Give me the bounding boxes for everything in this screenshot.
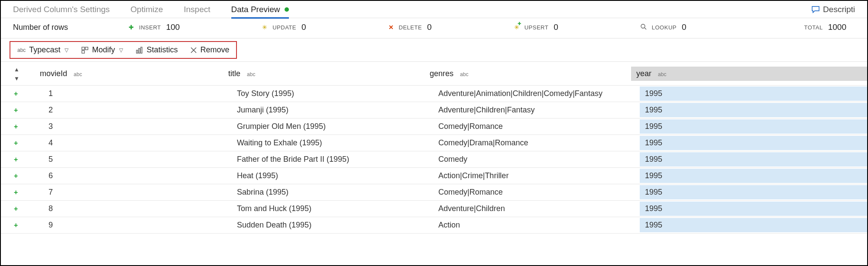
expand-row-button[interactable]: +: [1, 136, 36, 150]
table-row[interactable]: +7Sabrina (1995)Comedy|Romance1995: [1, 184, 867, 201]
table-row[interactable]: +4Waiting to Exhale (1995)Comedy|Drama|R…: [1, 135, 867, 151]
typecast-button[interactable]: abc Typecast ▽: [15, 44, 71, 56]
cell-genres: Adventure|Children|Fantasy: [438, 103, 640, 117]
svg-rect-2: [82, 47, 84, 50]
expand-row-button[interactable]: +: [1, 87, 36, 101]
column-actions-group: abc Typecast ▽ Modify ▽ Statistics Remov…: [10, 41, 237, 59]
cell-movieid: 6: [36, 169, 237, 183]
tab-label: Data Preview: [231, 5, 280, 14]
tab-label: Optimize: [130, 5, 163, 14]
count-label: DELETE: [399, 24, 422, 31]
column-header-title[interactable]: title abc: [228, 67, 430, 81]
count-delete: ✕ DELETE 0: [389, 22, 432, 32]
plus-icon: +: [14, 205, 18, 212]
count-value: 0: [427, 22, 432, 32]
tab-label: Inspect: [184, 5, 210, 14]
modify-icon: [81, 47, 88, 54]
cell-genres: Adventure|Animation|Children|Comedy|Fant…: [438, 87, 640, 101]
cell-genres: Comedy: [438, 152, 640, 167]
cell-genres: Action|Crime|Thriller: [438, 169, 640, 183]
cell-title: Father of the Bride Part II (1995): [237, 152, 438, 167]
description-button[interactable]: Descripti: [812, 5, 855, 14]
cell-movieid: 1: [36, 87, 237, 101]
column-type-hint: abc: [460, 71, 468, 77]
tab-inspect[interactable]: Inspect: [184, 1, 210, 18]
cell-movieid: 5: [36, 152, 237, 167]
cell-title: Jumanji (1995): [237, 103, 438, 117]
table-row[interactable]: +9Sudden Death (1995)Action1995: [1, 217, 867, 234]
plus-icon: +: [14, 106, 18, 114]
table-row[interactable]: +2Jumanji (1995)Adventure|Children|Fanta…: [1, 102, 867, 119]
cell-genres: Action: [438, 218, 640, 232]
plus-icon: +: [14, 172, 18, 179]
count-value: 0: [682, 22, 687, 32]
count-value: 0: [301, 22, 306, 32]
cell-movieid: 9: [36, 218, 237, 232]
cell-movieid: 2: [36, 103, 237, 117]
column-header-label: genres: [430, 69, 453, 78]
tab-derived-columns-settings[interactable]: Derived Column's Settings: [13, 1, 110, 18]
tabs-bar: Derived Column's Settings Optimize Inspe…: [1, 1, 867, 18]
chevron-down-icon: ▽: [65, 47, 68, 53]
sort-icon: ▲▼: [14, 66, 19, 82]
cell-genres: Adventure|Children: [438, 202, 640, 216]
action-label: Remove: [200, 45, 229, 54]
column-header-label: movieId: [40, 69, 67, 78]
statistics-icon: [136, 47, 143, 54]
count-label: LOOKUP: [652, 24, 677, 31]
expand-row-button[interactable]: +: [1, 119, 36, 134]
rows-label: Number of rows: [13, 23, 68, 32]
count-label: TOTAL: [804, 24, 823, 31]
cell-genres: Comedy|Romance: [438, 119, 640, 134]
statistics-button[interactable]: Statistics: [133, 44, 180, 56]
cell-title: Waiting to Exhale (1995): [237, 136, 438, 150]
data-preview-table: ▲▼ movieId abc title abc genres abc year…: [1, 61, 867, 234]
expand-row-button[interactable]: +: [1, 152, 36, 167]
table-row[interactable]: +1Toy Story (1995)Adventure|Animation|Ch…: [1, 86, 867, 102]
table-row[interactable]: +3Grumpier Old Men (1995)Comedy|Romance1…: [1, 119, 867, 135]
column-header-genres[interactable]: genres abc: [430, 67, 631, 81]
column-header-year[interactable]: year abc: [631, 67, 867, 81]
count-value: 0: [554, 22, 558, 32]
plus-icon: +: [14, 90, 18, 97]
plus-icon: ✚: [129, 24, 134, 30]
cell-genres: Comedy|Drama|Romance: [438, 136, 640, 150]
chevron-down-icon: ▽: [119, 47, 123, 53]
spark-icon: ✳: [262, 24, 267, 30]
cell-year: 1995: [640, 119, 867, 134]
tab-data-preview[interactable]: Data Preview: [231, 1, 289, 18]
x-icon: ✕: [389, 24, 394, 30]
table-row[interactable]: +6Heat (1995)Action|Crime|Thriller1995: [1, 168, 867, 184]
action-label: Modify: [92, 45, 115, 54]
expand-row-button[interactable]: +: [1, 202, 36, 216]
plus-icon: +: [14, 139, 18, 147]
expand-row-button[interactable]: +: [1, 103, 36, 117]
svg-rect-7: [141, 47, 142, 53]
table-row[interactable]: +8Tom and Huck (1995)Adventure|Children1…: [1, 201, 867, 217]
column-header-movieid[interactable]: movieId abc: [27, 67, 228, 81]
cell-title: Sudden Death (1995): [237, 218, 438, 232]
count-insert: ✚ INSERT 100: [129, 22, 180, 32]
cell-title: Grumpier Old Men (1995): [237, 119, 438, 134]
svg-rect-3: [85, 47, 88, 50]
modify-button[interactable]: Modify ▽: [79, 44, 126, 56]
sort-header[interactable]: ▲▼: [1, 62, 27, 85]
row-counts-bar: Number of rows ✚ INSERT 100 ✳ UPDATE 0 ✕…: [1, 18, 867, 38]
cell-year: 1995: [640, 136, 867, 150]
expand-row-button[interactable]: +: [1, 185, 36, 199]
comment-icon: [812, 6, 819, 13]
cell-movieid: 3: [36, 119, 237, 134]
table-row[interactable]: +5Father of the Bride Part II (1995)Come…: [1, 151, 867, 168]
svg-line-1: [645, 28, 646, 29]
expand-row-button[interactable]: +: [1, 169, 36, 183]
tab-optimize[interactable]: Optimize: [130, 1, 163, 18]
cell-movieid: 4: [36, 136, 237, 150]
expand-row-button[interactable]: +: [1, 218, 36, 232]
column-actions-toolbar: abc Typecast ▽ Modify ▽ Statistics Remov…: [1, 38, 867, 61]
column-type-hint: abc: [658, 71, 666, 77]
cell-title: Heat (1995): [237, 169, 438, 183]
action-label: Statistics: [146, 45, 178, 54]
svg-rect-5: [136, 50, 138, 53]
remove-button[interactable]: Remove: [188, 44, 232, 56]
cell-movieid: 8: [36, 202, 237, 216]
